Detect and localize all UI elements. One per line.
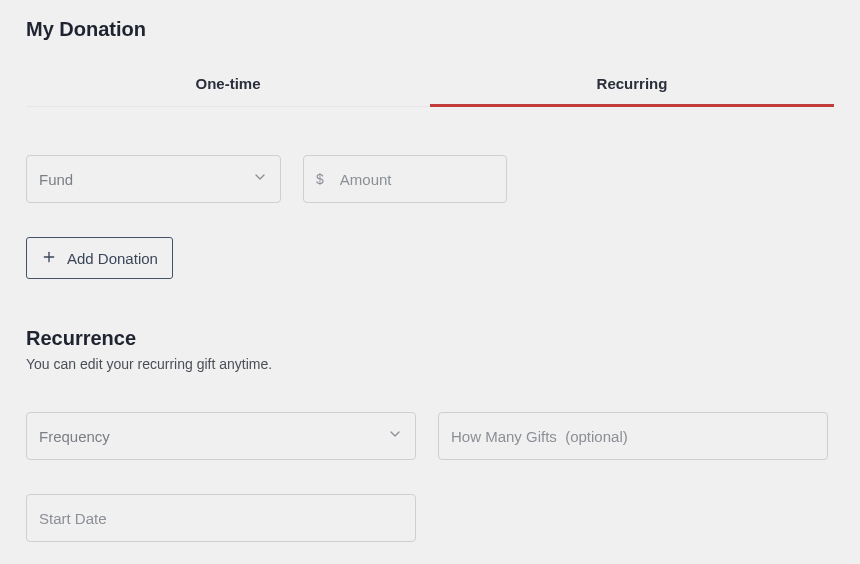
tab-one-time[interactable]: One-time [26, 63, 430, 107]
start-date-input[interactable] [39, 510, 403, 527]
chevron-down-icon [387, 426, 403, 446]
how-many-gifts-field[interactable] [438, 412, 828, 460]
how-many-gifts-input[interactable] [451, 428, 815, 445]
tab-recurring[interactable]: Recurring [430, 63, 834, 107]
amount-input[interactable] [340, 171, 530, 188]
plus-icon [41, 249, 57, 268]
donation-tabs: One-time Recurring [26, 63, 834, 107]
recurrence-subtitle: You can edit your recurring gift anytime… [26, 356, 834, 372]
recurrence-title: Recurrence [26, 327, 834, 350]
frequency-placeholder: Frequency [39, 428, 110, 445]
add-donation-button[interactable]: Add Donation [26, 237, 173, 279]
frequency-select[interactable]: Frequency [26, 412, 416, 460]
fund-select[interactable]: Fund [26, 155, 281, 203]
amount-field[interactable]: $ [303, 155, 507, 203]
currency-prefix: $ [316, 171, 324, 187]
page-title: My Donation [26, 18, 834, 41]
fund-placeholder: Fund [39, 171, 73, 188]
chevron-down-icon [252, 169, 268, 189]
start-date-field[interactable] [26, 494, 416, 542]
add-donation-label: Add Donation [67, 250, 158, 267]
